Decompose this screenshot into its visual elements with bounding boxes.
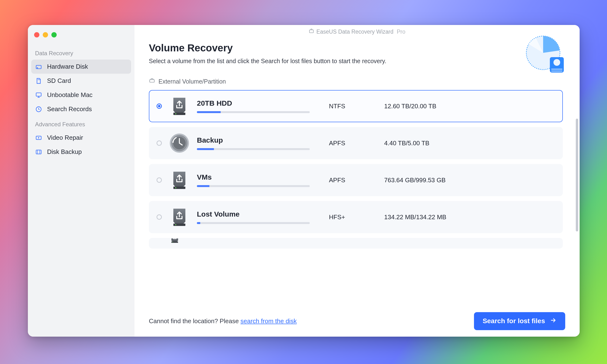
footer-hint: Cannot find the location? Please search … xyxy=(149,317,297,325)
usb-drive-icon xyxy=(169,170,190,190)
volume-name: Lost Volume xyxy=(197,210,322,218)
svg-rect-2 xyxy=(36,93,41,96)
volume-usage-bar xyxy=(197,185,310,187)
svg-point-23 xyxy=(172,242,173,242)
volume-size: 12.60 TB/20.00 TB xyxy=(384,103,553,110)
close-window-button[interactable] xyxy=(34,32,39,38)
volume-radio[interactable] xyxy=(156,141,162,146)
volume-radio[interactable] xyxy=(156,177,162,183)
backup-icon xyxy=(35,148,42,156)
sidebar-section-data-recovery: Data Recovery xyxy=(31,45,131,60)
content-area: Volume Recovery Select a volume from the… xyxy=(134,37,580,305)
volume-pie-graphic xyxy=(524,33,565,74)
volume-row[interactable]: VMs APFS 763.64 GB/999.53 GB xyxy=(149,164,563,196)
time-machine-icon xyxy=(169,133,190,154)
volume-name: 20TB HDD xyxy=(197,99,322,107)
volume-radio[interactable] xyxy=(156,104,162,109)
page-title: Volume Recovery xyxy=(149,42,565,54)
page-subtitle: Select a volume from the list and click … xyxy=(149,58,565,65)
volume-size: 4.40 TB/5.00 TB xyxy=(384,140,553,147)
volume-filesystem: APFS xyxy=(329,176,377,184)
volume-group-label: External Volume/Partition xyxy=(158,78,226,85)
app-edition: Pro xyxy=(397,28,406,35)
volume-usage-bar xyxy=(197,222,310,224)
volume-info: Backup xyxy=(197,136,322,150)
external-drive-icon xyxy=(149,78,155,85)
volume-usage-bar xyxy=(197,148,310,150)
volume-size: 763.64 GB/999.53 GB xyxy=(384,176,553,184)
volume-name: Backup xyxy=(197,136,322,144)
volume-row[interactable] xyxy=(149,238,563,248)
minimize-window-button[interactable] xyxy=(43,32,48,38)
usb-drive-icon xyxy=(169,207,190,227)
volume-usage-fill xyxy=(197,185,209,187)
sidebar-item-label: Unbootable Mac xyxy=(47,91,92,99)
svg-rect-12 xyxy=(150,80,155,82)
footer-hint-prefix: Cannot find the location? Please xyxy=(149,317,241,325)
sidebar-item-video-repair[interactable]: Video Repair xyxy=(31,131,131,145)
sidebar-item-label: Video Repair xyxy=(47,134,83,142)
primary-button-label: Search for lost files xyxy=(483,317,545,325)
sidebar-item-disk-backup[interactable]: Disk Backup xyxy=(31,145,131,159)
sidebar-item-sd-card[interactable]: SD Card xyxy=(31,74,131,88)
svg-point-1 xyxy=(37,67,38,68)
sidebar-item-search-records[interactable]: Search Records xyxy=(31,102,131,116)
svg-point-9 xyxy=(554,59,560,66)
window-controls xyxy=(31,31,131,45)
svg-rect-20 xyxy=(173,223,185,226)
volume-filesystem: HFS+ xyxy=(329,213,377,221)
svg-rect-6 xyxy=(309,30,313,33)
volume-usage-fill xyxy=(197,222,200,224)
svg-rect-18 xyxy=(173,187,185,189)
sidebar-item-unbootable-mac[interactable]: Unbootable Mac xyxy=(31,88,131,102)
scrollbar-thumb[interactable] xyxy=(576,119,578,232)
volume-usage-fill xyxy=(197,148,214,150)
sidebar-item-label: SD Card xyxy=(47,77,71,85)
volume-usage-fill xyxy=(197,111,221,113)
volume-list: 20TB HDD NTFS 12.60 TB/20.00 TB Backup A… xyxy=(149,90,565,305)
usb-drive-icon xyxy=(169,96,190,117)
main-panel: EaseUS Data Recovery Wizard Pro Volume R… xyxy=(134,25,580,337)
svg-rect-13 xyxy=(173,113,185,115)
video-icon xyxy=(35,134,42,142)
arrow-right-icon xyxy=(550,317,556,325)
volume-info: VMs xyxy=(197,173,322,187)
svg-rect-0 xyxy=(36,65,41,69)
sd-card-icon xyxy=(35,77,42,85)
volume-name: VMs xyxy=(197,173,322,181)
volume-filesystem: NTFS xyxy=(329,103,377,110)
volume-info: Lost Volume xyxy=(197,210,322,224)
search-from-disk-link[interactable]: search from the disk xyxy=(241,317,297,325)
volume-row[interactable]: 20TB HDD NTFS 12.60 TB/20.00 TB xyxy=(149,90,563,122)
svg-rect-11 xyxy=(551,71,562,72)
svg-rect-10 xyxy=(551,69,562,70)
sidebar-section-advanced-features: Advanced Features xyxy=(31,116,131,131)
toolbox-icon xyxy=(309,28,314,35)
app-title: EaseUS Data Recovery Wizard xyxy=(316,28,394,35)
volume-group-header: External Volume/Partition xyxy=(149,78,565,85)
volume-row[interactable]: Backup APFS 4.40 TB/5.00 TB xyxy=(149,127,563,159)
volume-usage-bar xyxy=(197,111,310,113)
usb-drive-icon xyxy=(169,238,180,244)
footer: Cannot find the location? Please search … xyxy=(134,305,580,337)
volume-size: 134.22 MB/134.22 MB xyxy=(384,213,553,221)
sidebar-item-label: Search Records xyxy=(47,105,92,113)
volume-filesystem: APFS xyxy=(329,140,377,147)
monitor-icon xyxy=(35,91,42,99)
clock-icon xyxy=(35,106,42,113)
svg-point-19 xyxy=(175,187,176,188)
drive-icon xyxy=(35,63,42,70)
svg-rect-22 xyxy=(171,242,178,243)
volume-info: 20TB HDD xyxy=(197,99,322,113)
svg-rect-5 xyxy=(36,150,41,154)
sidebar-item-label: Disk Backup xyxy=(47,148,82,156)
svg-point-21 xyxy=(175,224,176,225)
volume-radio[interactable] xyxy=(156,214,162,220)
volume-row[interactable]: Lost Volume HFS+ 134.22 MB/134.22 MB xyxy=(149,201,563,233)
titlebar: EaseUS Data Recovery Wizard Pro xyxy=(134,25,580,37)
search-for-lost-files-button[interactable]: Search for lost files xyxy=(474,312,565,330)
maximize-window-button[interactable] xyxy=(52,32,57,38)
sidebar-item-hardware-disk[interactable]: Hardware Disk xyxy=(31,60,131,74)
sidebar-item-label: Hardware Disk xyxy=(47,63,88,70)
app-window: Data Recovery Hardware Disk SD Card Unbo… xyxy=(28,25,580,337)
